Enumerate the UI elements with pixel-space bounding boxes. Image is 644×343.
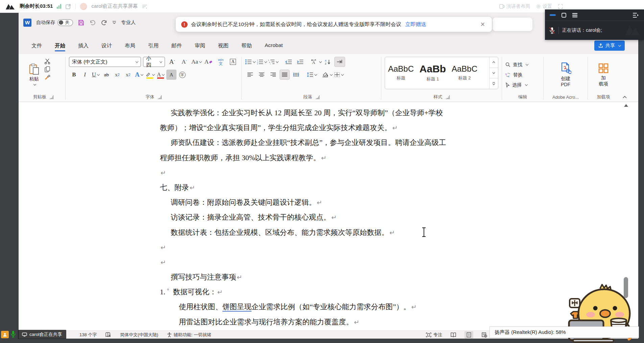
change-case-button[interactable]: Aa (191, 57, 201, 67)
language-status[interactable]: 简体中文(中国大陆) (120, 332, 158, 338)
paragraph-dialog-launcher[interactable] (316, 95, 319, 99)
mic-muted-icon[interactable] (549, 27, 555, 34)
sharing-options-icon[interactable] (142, 4, 147, 9)
highlight-button[interactable] (145, 70, 155, 80)
ribbon-tab-Acrobat[interactable]: Acrobat (260, 40, 287, 52)
document-line[interactable]: ↵ (160, 165, 446, 180)
clear-formatting-button[interactable]: A (204, 57, 214, 67)
ribbon-tab-插入[interactable]: 插入 (73, 40, 93, 52)
document-line[interactable]: 七、附录↵ (160, 180, 446, 195)
focus-mode-button[interactable]: 专注 (426, 332, 442, 338)
document-line[interactable]: 调研问卷：附原始问卷及关键问题设计逻辑。↵ (160, 195, 446, 210)
panel-window-icon[interactable] (561, 13, 567, 18)
bold-button[interactable]: B (69, 70, 79, 80)
save-icon[interactable] (78, 19, 85, 26)
phonetic-guide-button[interactable]: wén文 (216, 57, 226, 67)
sort-button[interactable]: AZ (323, 57, 333, 67)
document-line[interactable]: 数据统计表：包括企业规模、区域分布、能力需求频次等原始数据。↵ (160, 225, 446, 240)
word-count[interactable]: 138 个字 (79, 332, 97, 338)
character-shading-button[interactable]: A (166, 70, 176, 80)
numbered-list-button[interactable]: 123 (257, 57, 267, 67)
ribbon-tab-开始[interactable]: 开始 (50, 40, 70, 52)
accessibility-status[interactable]: 辅助功能: 一切就绪 (167, 332, 211, 338)
ribbon-tab-文件[interactable]: 文件 (27, 40, 47, 52)
read-mode-button[interactable] (449, 331, 458, 339)
subscript-button[interactable]: x2 (112, 70, 122, 80)
web-layout-button[interactable] (480, 331, 489, 339)
strikethrough-button[interactable]: ab (101, 70, 112, 80)
character-border-button[interactable]: A (228, 57, 238, 67)
styles-dialog-launcher[interactable] (446, 95, 450, 99)
banner-close-icon[interactable]: ✕ (479, 21, 486, 28)
bullet-list-button[interactable] (245, 57, 255, 67)
clipboard-dialog-launcher[interactable] (50, 95, 53, 99)
font-size-combo[interactable]: 小四 (143, 57, 165, 67)
document-line[interactable]: 使用柱状图、饼图呈现企业需求比例（如“专业核心能力需求分布图”）。↵ (160, 299, 446, 314)
panel-collapse-icon[interactable] (633, 13, 639, 18)
shading-button[interactable] (322, 70, 332, 80)
ribbon-tab-审阅[interactable]: 审阅 (190, 40, 210, 52)
shrink-font-button[interactable]: Aˇ (179, 57, 189, 67)
styles-more-button[interactable] (490, 78, 498, 89)
style-标题[interactable]: AaBbC标题 (385, 57, 417, 89)
format-painter-icon[interactable] (44, 74, 51, 80)
addins-button[interactable]: 加 载项 (592, 57, 615, 93)
show-hide-marks-button[interactable] (334, 57, 345, 67)
open-share-window-icon[interactable] (65, 3, 71, 9)
document-line[interactable]: 用雷达图对比企业需求与现行培养方案的能力覆盖度。↵ (160, 315, 446, 329)
print-layout-button[interactable] (464, 331, 473, 339)
document-line[interactable]: 实践教学强化：企业实习时长从 12 周延长至 20 周，实行“双导师制”（企业导… (160, 105, 446, 120)
styles-scroll-up[interactable] (490, 57, 498, 68)
document-line[interactable]: 访谈记录：摘录企业高管、技术骨干的核心观点。↵ (160, 210, 446, 225)
collapse-ribbon-button[interactable] (623, 96, 627, 98)
justify-button[interactable] (280, 70, 290, 80)
panel-minimize-button[interactable] (550, 14, 556, 16)
borders-button[interactable] (334, 70, 344, 80)
align-center-button[interactable] (257, 70, 267, 80)
underline-button[interactable]: U (91, 70, 101, 80)
asian-layout-button[interactable]: A (311, 57, 321, 67)
autosave-control[interactable]: 自动保存 关 (36, 19, 73, 26)
italic-button[interactable]: I (80, 70, 90, 80)
document-line[interactable]: 教师）；增设“企业真实项目周”，学生分组完成企业实际技术难题攻关。↵ (160, 120, 446, 135)
document-line[interactable]: 1.°数据可视化：↵ (160, 285, 446, 299)
spellcheck-status[interactable] (105, 332, 111, 337)
text-effects-button[interactable]: A (134, 70, 144, 80)
align-left-button[interactable] (245, 70, 255, 80)
document-line[interactable]: 师资队伍建设：选派教师赴企业挂职“技术副总”，参与企业研发项目。聘请企业高级工 (160, 135, 446, 150)
cut-icon[interactable] (44, 58, 51, 64)
enclose-characters-button[interactable]: 字 (177, 70, 187, 80)
sharing-person-indicator[interactable] (1, 331, 9, 338)
ribbon-tab-设计[interactable]: 设计 (97, 40, 117, 52)
scrollbar-up-arrow[interactable] (624, 104, 628, 107)
panel-list-icon[interactable] (572, 13, 578, 18)
replace-button[interactable]: bc替换 (505, 71, 528, 79)
distribute-button[interactable] (291, 70, 301, 80)
font-color-button[interactable]: A (156, 70, 166, 80)
styles-scroll-down[interactable] (490, 68, 498, 79)
font-name-combo[interactable]: 宋体 (中文正文) (69, 57, 141, 67)
gift-now-link[interactable]: 立即赠送 (405, 21, 426, 28)
create-pdf-button[interactable]: 创建 PDF (552, 57, 579, 93)
fullscreen-icon[interactable] (558, 4, 563, 9)
decrease-indent-button[interactable] (284, 57, 294, 67)
line-spacing-button[interactable] (307, 70, 317, 80)
settings-button[interactable]: 设置 (536, 3, 552, 9)
ribbon-tab-邮件[interactable]: 邮件 (167, 40, 187, 52)
align-right-button[interactable] (268, 70, 278, 80)
customize-qat-icon[interactable] (112, 21, 116, 24)
select-button[interactable]: 选择 (505, 81, 528, 89)
superscript-button[interactable]: x2 (123, 70, 133, 80)
speaker-layout-button[interactable]: 演讲者布局 (499, 3, 530, 9)
ribbon-tab-引用[interactable]: 引用 (143, 40, 163, 52)
document-area[interactable]: 实践教学强化：企业实习时长从 12 周延长至 20 周，实行“双导师制”（企业导… (19, 102, 638, 330)
redo-icon[interactable] (101, 19, 108, 26)
autosave-toggle[interactable]: 关 (57, 19, 73, 26)
find-button[interactable]: 查找 (505, 61, 528, 69)
multilevel-list-button[interactable]: 1ai (268, 57, 278, 67)
ribbon-tab-视图[interactable]: 视图 (213, 40, 233, 52)
document-line[interactable]: 程师担任兼职教师，承担 30%以上实践课程教学。↵ (160, 150, 446, 165)
document-line[interactable]: 撰写技巧与注意事项↵ (160, 270, 446, 285)
document-line[interactable]: ↵ (160, 255, 446, 270)
undo-icon[interactable] (89, 19, 96, 26)
